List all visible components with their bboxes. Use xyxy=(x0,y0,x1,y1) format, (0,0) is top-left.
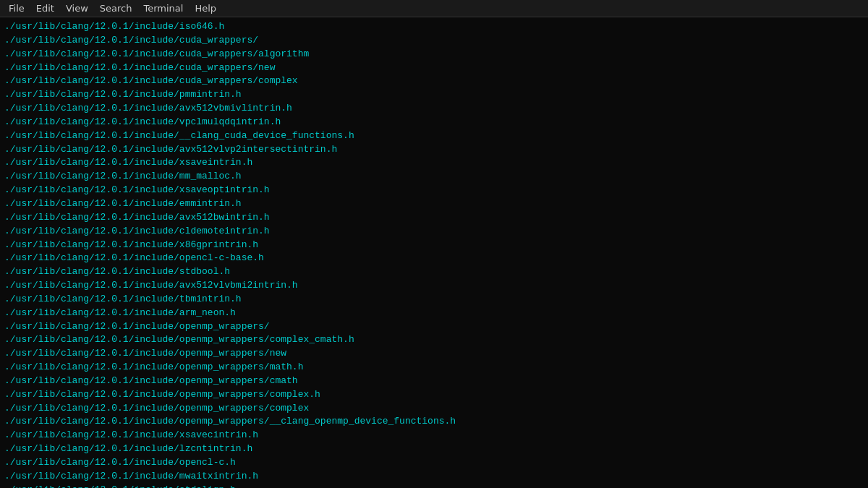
terminal-content[interactable]: ./usr/lib/clang/12.0.1/include/iso646.h.… xyxy=(0,17,868,488)
terminal-line: ./usr/lib/clang/12.0.1/include/openmp_wr… xyxy=(4,402,864,416)
terminal-line: ./usr/lib/clang/12.0.1/include/cuda_wrap… xyxy=(4,48,864,61)
terminal-line: ./usr/lib/clang/12.0.1/include/avx512vbm… xyxy=(4,102,864,116)
terminal-line: ./usr/lib/clang/12.0.1/include/mwaitxint… xyxy=(4,470,864,484)
terminal-line: ./usr/lib/clang/12.0.1/include/stdalign.… xyxy=(4,484,864,488)
menu-item-search[interactable]: Search xyxy=(94,1,138,15)
terminal-line: ./usr/lib/clang/12.0.1/include/cuda_wrap… xyxy=(4,61,864,75)
terminal-line: ./usr/lib/clang/12.0.1/include/openmp_wr… xyxy=(4,333,864,347)
terminal-line: ./usr/lib/clang/12.0.1/include/pmmintrin… xyxy=(4,88,864,102)
terminal-line: ./usr/lib/clang/12.0.1/include/openmp_wr… xyxy=(4,374,864,388)
terminal-line: ./usr/lib/clang/12.0.1/include/__clang_c… xyxy=(4,129,864,143)
terminal-line: ./usr/lib/clang/12.0.1/include/lzcntintr… xyxy=(4,442,864,456)
terminal-line: ./usr/lib/clang/12.0.1/include/emmintrin… xyxy=(4,197,864,211)
terminal-line: ./usr/lib/clang/12.0.1/include/openmp_wr… xyxy=(4,388,864,402)
terminal-line: ./usr/lib/clang/12.0.1/include/openmp_wr… xyxy=(4,361,864,374)
terminal-line: ./usr/lib/clang/12.0.1/include/xsaveintr… xyxy=(4,156,864,170)
menu-item-help[interactable]: Help xyxy=(189,1,222,15)
terminal-line: ./usr/lib/clang/12.0.1/include/avx512vlv… xyxy=(4,279,864,293)
terminal-line: ./usr/lib/clang/12.0.1/include/openmp_wr… xyxy=(4,320,864,334)
terminal-line: ./usr/lib/clang/12.0.1/include/iso646.h xyxy=(4,20,864,34)
terminal-line: ./usr/lib/clang/12.0.1/include/cldemotei… xyxy=(4,225,864,239)
menu-item-terminal[interactable]: Terminal xyxy=(137,1,189,15)
terminal-line: ./usr/lib/clang/12.0.1/include/vpclmulqd… xyxy=(4,116,864,129)
terminal-line: ./usr/lib/clang/12.0.1/include/mm_malloc… xyxy=(4,170,864,184)
terminal-line: ./usr/lib/clang/12.0.1/include/stdbool.h xyxy=(4,265,864,279)
terminal-line: ./usr/lib/clang/12.0.1/include/openmp_wr… xyxy=(4,347,864,361)
terminal-line: ./usr/lib/clang/12.0.1/include/opencl-c.… xyxy=(4,456,864,470)
terminal-line: ./usr/lib/clang/12.0.1/include/tbmintrin… xyxy=(4,293,864,307)
menu-item-file[interactable]: File xyxy=(3,1,30,15)
terminal-line: ./usr/lib/clang/12.0.1/include/cuda_wrap… xyxy=(4,74,864,88)
menubar: FileEditViewSearchTerminalHelp xyxy=(0,0,868,17)
terminal-line: ./usr/lib/clang/12.0.1/include/xsaveopti… xyxy=(4,184,864,197)
terminal-line: ./usr/lib/clang/12.0.1/include/opencl-c-… xyxy=(4,252,864,265)
terminal-line: ./usr/lib/clang/12.0.1/include/xsavecint… xyxy=(4,429,864,442)
terminal-line: ./usr/lib/clang/12.0.1/include/cuda_wrap… xyxy=(4,34,864,48)
menu-item-edit[interactable]: Edit xyxy=(30,1,60,15)
terminal-line: ./usr/lib/clang/12.0.1/include/avx512vlv… xyxy=(4,143,864,157)
terminal-line: ./usr/lib/clang/12.0.1/include/openmp_wr… xyxy=(4,415,864,429)
menu-item-view[interactable]: View xyxy=(60,1,94,15)
terminal-line: ./usr/lib/clang/12.0.1/include/arm_neon.… xyxy=(4,307,864,320)
terminal-line: ./usr/lib/clang/12.0.1/include/x86gprint… xyxy=(4,239,864,252)
terminal-line: ./usr/lib/clang/12.0.1/include/avx512bwi… xyxy=(4,211,864,225)
